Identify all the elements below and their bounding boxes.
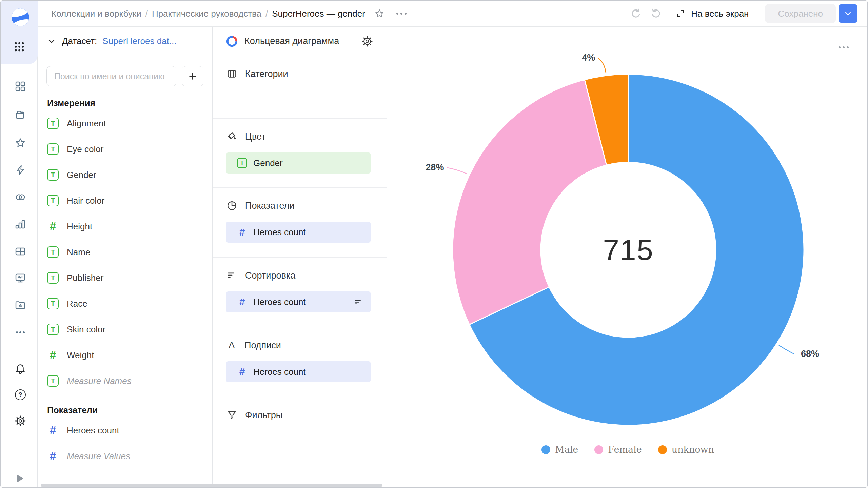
field-item[interactable]: TRace — [38, 291, 212, 317]
label-connector — [447, 168, 467, 174]
donut-chart-type-icon — [225, 35, 238, 48]
field-search-input[interactable] — [46, 66, 176, 86]
help-icon[interactable]: ? — [14, 388, 27, 402]
field-label: Hair color — [67, 196, 104, 206]
number-field-icon: # — [47, 424, 59, 437]
panel-divider — [38, 396, 212, 397]
field-item[interactable]: TGender — [38, 162, 212, 188]
field-label: Skin color — [67, 324, 105, 335]
filter-funnel-icon — [226, 409, 238, 421]
left-rail: ? — [1, 1, 38, 487]
field-item[interactable]: #Weight — [38, 342, 212, 368]
text-field-icon: T — [237, 158, 247, 168]
dataset-collapse-chevron-icon[interactable] — [46, 36, 57, 46]
measures-label: Показатели — [245, 201, 294, 211]
field-item[interactable]: #Heroes count — [38, 418, 212, 443]
categories-label: Категории — [245, 69, 288, 79]
sort-label: Сортировка — [245, 270, 295, 281]
donut-chart[interactable]: 68%28%4%715 — [387, 1, 868, 488]
storage-folder-icon[interactable] — [14, 299, 27, 312]
number-field-icon: # — [237, 366, 247, 378]
field-item[interactable]: TMeasure Names — [38, 368, 212, 394]
pie-measures-icon — [226, 200, 238, 211]
field-item[interactable]: #Height — [38, 214, 212, 239]
sort-field-chip[interactable]: # Heroes count — [226, 291, 371, 312]
breadcrumb: Коллекции и воркбуки/Практические руково… — [51, 8, 365, 19]
slice-percent-label: 68% — [801, 349, 819, 359]
more-items-icon[interactable] — [14, 326, 27, 339]
legend-dot — [658, 445, 667, 454]
sort-section: Сортировка # Heroes count — [213, 258, 387, 327]
dimensions-title: Измерения — [47, 98, 212, 108]
horizontal-scrollbar[interactable] — [41, 484, 382, 487]
categories-icon — [226, 68, 238, 80]
datasets-icon[interactable] — [14, 190, 27, 204]
favorites-star-icon[interactable] — [14, 136, 27, 150]
color-section: Цвет T Gender — [213, 119, 387, 188]
text-field-icon: T — [47, 246, 59, 258]
text-field-icon: T — [47, 375, 59, 387]
sort-direction-icon[interactable] — [353, 297, 363, 307]
text-field-icon: T — [47, 118, 59, 129]
text-field-icon: T — [47, 143, 59, 155]
workbooks-icon[interactable] — [14, 80, 27, 93]
field-item[interactable]: TPublisher — [38, 265, 212, 291]
datalens-app: ? Коллекции и воркбуки/Практические руко… — [0, 0, 868, 488]
field-item[interactable]: TName — [38, 239, 212, 265]
color-field-chip[interactable]: T Gender — [226, 152, 371, 174]
chart-config-panel: Кольцевая диаграмма Категории — [213, 27, 387, 488]
labels-section: A Подписи # Heroes count — [213, 327, 387, 397]
chart-settings-gear-icon[interactable] — [361, 35, 373, 47]
add-field-button[interactable] — [182, 66, 203, 86]
text-field-icon: T — [47, 324, 59, 335]
dashboards-icon[interactable] — [14, 271, 27, 285]
notifications-bell-icon[interactable] — [14, 362, 27, 376]
collections-icon[interactable] — [14, 108, 27, 122]
tables-icon[interactable] — [14, 245, 27, 258]
field-item[interactable]: TSkin color — [38, 317, 212, 342]
field-item[interactable]: #Measure Values — [38, 443, 212, 469]
field-label: Gender — [67, 170, 96, 180]
categories-section: Категории — [213, 56, 387, 119]
legend-item-unknown[interactable]: unknown — [658, 444, 714, 455]
legend-item-male[interactable]: Male — [541, 444, 578, 455]
quick-actions-icon[interactable] — [14, 163, 27, 177]
field-item[interactable]: THair color — [38, 188, 212, 214]
chart-area: 68%28%4%715 MaleFemaleunknown — [387, 27, 868, 488]
charts-icon[interactable] — [14, 218, 27, 231]
field-item[interactable]: TAlignment — [38, 110, 212, 136]
measures-field-chip[interactable]: # Heroes count — [226, 222, 371, 243]
breadcrumb-item[interactable]: SuperHeroes — gender — [272, 8, 365, 19]
breadcrumb-item[interactable]: Коллекции и воркбуки — [51, 8, 141, 19]
number-field-icon: # — [237, 296, 247, 308]
legend-dot — [594, 445, 603, 454]
dimensions-list: TAlignmentTEye colorTGenderTHair color#H… — [38, 110, 212, 394]
sort-field-name: Heroes count — [253, 297, 347, 307]
breadcrumb-separator: / — [265, 8, 268, 19]
breadcrumb-separator: / — [145, 8, 148, 19]
labels-field-chip[interactable]: # Heroes count — [226, 361, 371, 382]
number-field-icon: # — [47, 220, 59, 233]
plus-icon — [188, 72, 197, 81]
paint-bucket-icon — [226, 131, 238, 142]
dataset-name-link[interactable]: SuperHeroes dat... — [102, 36, 176, 46]
datalens-logo-icon[interactable] — [11, 8, 30, 27]
labels-label: Подписи — [244, 340, 281, 351]
field-item[interactable]: TEye color — [38, 136, 212, 162]
settings-gear-icon[interactable] — [14, 414, 27, 428]
chart-legend: MaleFemaleunknown — [387, 444, 868, 455]
apps-menu-icon[interactable] — [14, 41, 25, 53]
slice-percent-label: 28% — [426, 162, 444, 172]
breadcrumb-item[interactable]: Практические руководства — [152, 8, 261, 19]
chart-type-name[interactable]: Кольцевая диаграмма — [244, 36, 355, 46]
donut-slice-female[interactable] — [453, 80, 607, 324]
favorite-star-icon[interactable] — [374, 8, 385, 19]
legend-item-female[interactable]: Female — [594, 444, 642, 455]
legend-label: unknown — [672, 444, 714, 455]
dataset-header: Датасет: SuperHeroes dat... — [38, 27, 212, 56]
field-label: Measure Values — [67, 451, 130, 462]
expand-rail-icon[interactable] — [14, 472, 27, 485]
filters-section: Фильтры — [213, 397, 387, 467]
help-question-glyph: ? — [15, 389, 26, 400]
measures-section: Показатели # Heroes count — [213, 188, 387, 258]
